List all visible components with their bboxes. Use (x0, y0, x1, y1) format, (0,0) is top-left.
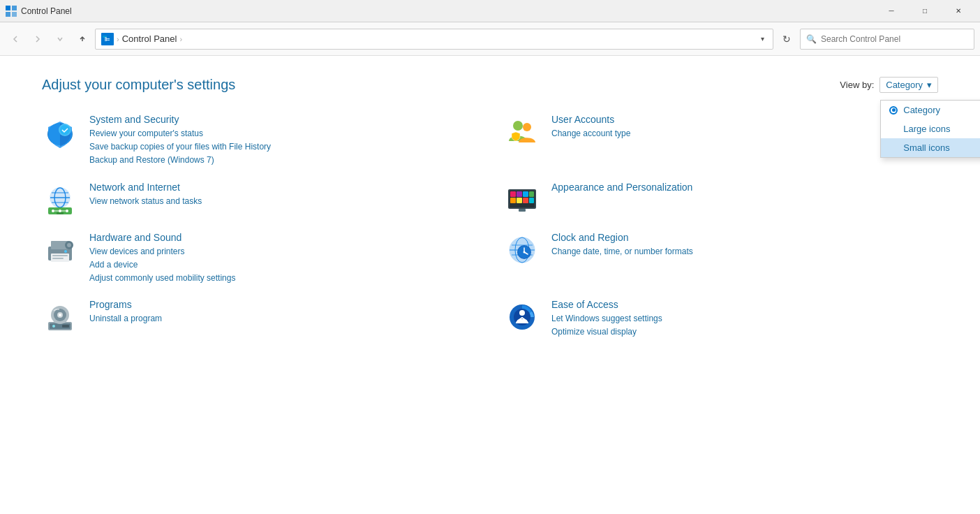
dropdown-item-category[interactable]: Category (881, 101, 980, 119)
hardware-sound-link-1[interactable]: View devices and printers (89, 245, 476, 258)
svg-point-23 (66, 210, 68, 212)
radio-large-icons (889, 125, 898, 133)
radio-small-icons (889, 144, 898, 152)
svg-point-44 (67, 243, 71, 247)
system-security-link-3[interactable]: Backup and Restore (Windows 7) (89, 154, 476, 167)
system-security-icon (42, 114, 78, 150)
view-by-dropdown[interactable]: Category ▾ Category Large icons Small ic… (879, 77, 938, 93)
forward-button[interactable] (28, 29, 47, 49)
window-title: Control Panel (21, 6, 875, 16)
view-by-current: Category (886, 80, 923, 90)
minimize-button[interactable]: ─ (875, 0, 907, 22)
svg-rect-7 (106, 38, 110, 39)
hardware-sound-title[interactable]: Hardware and Sound (89, 232, 476, 243)
address-path[interactable]: › Control Panel › ▾ (95, 29, 773, 50)
path-separator-2: › (179, 35, 182, 43)
path-label: Control Panel (122, 34, 177, 44)
programs-icon (42, 299, 78, 335)
search-input[interactable] (821, 34, 968, 44)
hardware-sound-link-3[interactable]: Adjust commonly used mobility settings (89, 272, 476, 285)
appearance-icon (504, 182, 540, 218)
window-controls: ─ □ ✕ (875, 0, 974, 22)
svg-rect-32 (510, 198, 516, 203)
maximize-button[interactable]: □ (909, 0, 941, 22)
programs-text: Programs Uninstall a program (89, 299, 476, 325)
system-security-text: System and Security Review your computer… (89, 114, 476, 168)
app-icon (6, 6, 17, 17)
path-separator: › (117, 35, 119, 43)
item-ease-of-access: Ease of Access Let Windows suggest setti… (504, 299, 938, 339)
title-bar: Control Panel ─ □ ✕ (0, 0, 980, 22)
system-security-link-1[interactable]: Review your computer's status (89, 127, 476, 140)
main-content: Adjust your computer's settings View by:… (0, 56, 980, 360)
svg-rect-30 (523, 191, 528, 197)
view-by-menu: Category Large icons Small icons (880, 100, 980, 158)
path-dropdown-button[interactable]: ▾ (758, 35, 767, 43)
hardware-sound-icon (42, 232, 78, 268)
programs-title[interactable]: Programs (89, 299, 476, 310)
small-icons-label: Small icons (903, 142, 949, 153)
network-internet-icon (42, 182, 78, 218)
item-appearance: Appearance and Personalization (504, 182, 938, 218)
category-label: Category (903, 105, 940, 115)
svg-rect-34 (523, 198, 528, 203)
svg-rect-0 (6, 6, 10, 10)
svg-rect-36 (519, 209, 526, 212)
radio-category (889, 106, 898, 115)
svg-rect-2 (6, 12, 10, 17)
appearance-text: Appearance and Personalization (551, 182, 938, 195)
svg-rect-3 (12, 12, 17, 17)
dropdown-item-large-icons[interactable]: Large icons (881, 119, 980, 138)
system-security-link-2[interactable]: Save backup copies of your files with Fi… (89, 140, 476, 154)
svg-point-62 (59, 314, 61, 316)
back-button[interactable] (6, 29, 25, 49)
svg-rect-8 (106, 40, 110, 41)
system-security-title[interactable]: System and Security (89, 114, 476, 125)
items-grid: System and Security Review your computer… (42, 114, 938, 339)
item-clock-region: Clock and Region Change date, time, or n… (504, 232, 938, 286)
network-internet-link-1[interactable]: View network status and tasks (89, 195, 476, 208)
svg-rect-40 (52, 255, 68, 256)
clock-region-link-1[interactable]: Change date, time, or number formats (551, 245, 938, 258)
svg-point-11 (60, 125, 70, 135)
svg-rect-1 (12, 6, 17, 10)
clock-region-title[interactable]: Clock and Region (551, 232, 938, 243)
item-hardware-sound: Hardware and Sound View devices and prin… (42, 232, 476, 286)
svg-point-12 (513, 121, 523, 131)
svg-rect-31 (529, 191, 534, 197)
recent-locations-button[interactable] (50, 29, 70, 49)
svg-rect-29 (517, 191, 522, 197)
svg-rect-57 (62, 325, 69, 328)
up-button[interactable] (73, 29, 92, 49)
svg-point-13 (523, 123, 531, 131)
item-user-accounts: User Accounts Change account type (504, 114, 938, 168)
svg-point-58 (52, 325, 55, 328)
hardware-sound-link-2[interactable]: Add a device (89, 258, 476, 272)
item-system-security: System and Security Review your computer… (42, 114, 476, 168)
svg-point-22 (59, 210, 61, 212)
svg-rect-20 (57, 212, 64, 214)
network-internet-title[interactable]: Network and Internet (89, 182, 476, 193)
dropdown-item-small-icons[interactable]: Small icons (881, 138, 980, 157)
item-programs: Programs Uninstall a program (42, 299, 476, 339)
svg-rect-41 (52, 258, 64, 259)
appearance-title[interactable]: Appearance and Personalization (551, 182, 938, 193)
ease-of-access-link-2[interactable]: Optimize visual display (551, 325, 938, 339)
ease-of-access-title[interactable]: Ease of Access (551, 299, 938, 310)
hardware-sound-text: Hardware and Sound View devices and prin… (89, 232, 476, 286)
address-bar: › Control Panel › ▾ ↻ 🔍 (0, 22, 980, 56)
search-icon: 🔍 (806, 34, 817, 44)
ease-of-access-link-1[interactable]: Let Windows suggest settings (551, 312, 938, 325)
user-accounts-icon (504, 114, 540, 150)
refresh-button[interactable]: ↻ (776, 29, 797, 50)
chevron-down-icon: ▾ (927, 80, 932, 90)
svg-point-54 (524, 251, 526, 253)
svg-point-42 (64, 250, 67, 253)
close-button[interactable]: ✕ (942, 0, 974, 22)
programs-link-1[interactable]: Uninstall a program (89, 312, 476, 325)
view-by-container: View by: Category ▾ Category Large icons… (840, 77, 938, 93)
item-network-internet: Network and Internet View network status… (42, 182, 476, 218)
svg-point-21 (52, 210, 54, 212)
path-icon (101, 33, 114, 45)
svg-rect-35 (529, 198, 534, 203)
